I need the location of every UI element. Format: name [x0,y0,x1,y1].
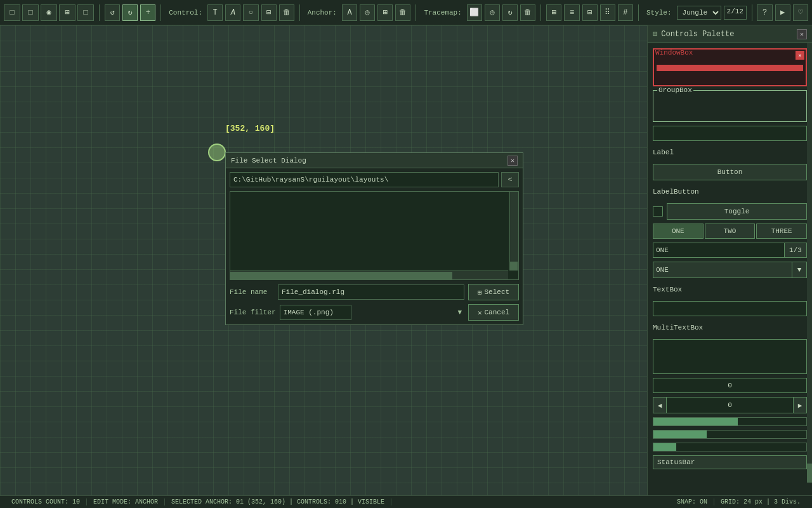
windowbox-label: WindowBox [655,49,693,57]
add-button[interactable]: + [140,4,155,21]
toolbar-btn-3[interactable]: ◉ [41,4,57,21]
groupbox-label: GroupBox [657,86,693,94]
dialog-file-list[interactable] [230,191,519,280]
ctrl-rect-btn[interactable]: ○ [243,4,258,21]
stepper-right-button[interactable]: ▶ [793,397,807,413]
statusbar-label: StatusBar [657,458,695,466]
ctrl-del-btn[interactable]: 🗑 [279,4,294,21]
cancel-label: Cancel [485,309,510,316]
textbox-control[interactable] [653,301,807,316]
cancel-button[interactable]: ✕ Cancel [468,304,519,321]
anchor-del-btn[interactable]: 🗑 [395,4,410,21]
dialog-filename-row: File name ⊞ Select [230,284,519,300]
select-button[interactable]: ⊞ Select [468,284,519,300]
toggle-button[interactable]: Toggle [667,203,807,220]
selected-info: SELECTED ANCHOR: 01 (352, 160) | CONTROL… [165,498,391,505]
anchor-grid-btn[interactable]: ⊞ [377,4,393,21]
anchor-point[interactable] [208,144,226,161]
select-icon: ⊞ [478,288,482,297]
checkbox-control[interactable] [653,206,663,217]
filter-arrow-icon: ▼ [457,309,462,316]
tab-two[interactable]: TWO [705,224,756,239]
ctrl-text2-btn[interactable]: A [225,4,240,21]
dropdown-arrow-icon[interactable]: ▼ [792,262,807,278]
help-btn[interactable]: ? [757,4,772,21]
anchor-eye-btn[interactable]: ◎ [360,4,375,21]
ctrl-grid-btn[interactable]: ⊟ [261,4,277,21]
palette-scrollbar[interactable] [807,43,812,483]
stepper-value: 0 [667,397,793,413]
redo-button[interactable]: ↻ [122,4,138,21]
groupbox-control[interactable]: GroupBox [653,90,807,122]
tab-one[interactable]: ONE [653,224,704,239]
tracemap-reset-btn[interactable]: ↻ [502,4,518,21]
controls-count: CONTROLS COUNT: 10 [5,498,87,505]
select-label: Select [485,288,510,296]
dialog-titlebar: File Select Dialog ✕ [226,153,523,168]
filename-input[interactable] [278,284,464,300]
dialog-close-button[interactable]: ✕ [508,156,518,166]
sep6 [638,4,639,21]
progress-bar-3 [653,443,807,451]
tracemap-del-btn[interactable]: 🗑 [520,4,535,21]
ctrl-text-btn[interactable]: T [207,4,223,21]
toggle-row: Toggle [653,203,807,220]
filter-select[interactable]: IMAGE (.png) ALL FILES (*) [280,305,351,320]
dropdown-row: ONE ▼ [653,262,807,278]
toolbar-file-group: □ □ ◉ ⊞ □ [4,4,94,21]
palette-scrollbar-thumb[interactable] [807,464,812,483]
dialog-title: File Select Dialog [231,157,306,164]
toolbar-btn-5[interactable]: □ [77,4,94,21]
dialog-path-input[interactable] [230,172,499,187]
button-control[interactable]: Button [653,164,807,180]
number-display: 0 [653,378,807,393]
h-scrollbar-thumb[interactable] [230,272,452,279]
label-text: Label [653,149,674,156]
toggle-label: Toggle [724,208,750,215]
layout-hash-btn[interactable]: # [618,4,633,21]
dropdown-field[interactable]: ONE [653,262,792,278]
empty-textbox-control[interactable] [653,126,807,141]
tab-row: ONE TWO THREE [653,224,807,239]
info-btn[interactable]: ▶ [775,4,790,21]
textbox-label-row: TextBox [653,282,807,297]
anchor-text-btn[interactable]: A [342,4,357,21]
multitextbox-label: MultiTextBox [653,324,703,331]
v-scrollbar-thumb[interactable] [510,262,518,271]
labelbutton-text: LabelButton [653,188,699,196]
stepper-left-button[interactable]: ◀ [653,397,667,413]
tracemap-img-btn[interactable]: ⬜ [467,4,482,21]
dialog-nav-button[interactable]: < [501,172,519,187]
palette-title: Controls Palette [661,30,734,39]
horizontal-scrollbar[interactable] [230,271,508,279]
layout-grid-btn[interactable]: ⊟ [582,4,598,21]
toolbar-btn-1[interactable]: □ [4,4,20,21]
palette-close-button[interactable]: ✕ [797,29,807,39]
edit-mode: EDIT MODE: ANCHOR [87,498,165,505]
tab-three[interactable]: THREE [756,224,807,239]
windowbox-control[interactable]: WindowBox ✕ [653,48,807,86]
layout-list-btn[interactable]: ≡ [564,4,579,21]
labelbutton-control: LabelButton [653,184,807,199]
style-counter: 2/12 [724,6,747,20]
filename-label: File name [230,288,274,296]
tracemap-eye-btn[interactable]: ◎ [485,4,500,21]
fav-btn[interactable]: ♡ [793,4,808,21]
windowbox-close-icon[interactable]: ✕ [796,51,804,60]
sep2 [160,4,161,21]
file-select-dialog: File Select Dialog ✕ < File name [225,152,523,325]
toolbar-btn-2[interactable]: □ [22,4,39,21]
undo-button[interactable]: ↺ [105,4,120,21]
progress-fill-3 [653,443,676,451]
canvas-area[interactable]: [352, 160] File Select Dialog ✕ < [0,25,647,495]
windowbox-inner [657,65,803,71]
layout-expand-btn[interactable]: ⊞ [546,4,561,21]
toolbar-btn-4[interactable]: ⊞ [59,4,75,21]
coord-label: [352, 160] [225,124,275,133]
progress-bar-2 [653,430,807,439]
multitextbox-control[interactable] [653,339,807,374]
vertical-scrollbar[interactable] [509,192,518,271]
style-dropdown[interactable]: Jungle [677,6,721,20]
layout-dotgrid-btn[interactable]: ⠿ [600,4,615,21]
spinner-field[interactable]: ONE [653,243,784,258]
